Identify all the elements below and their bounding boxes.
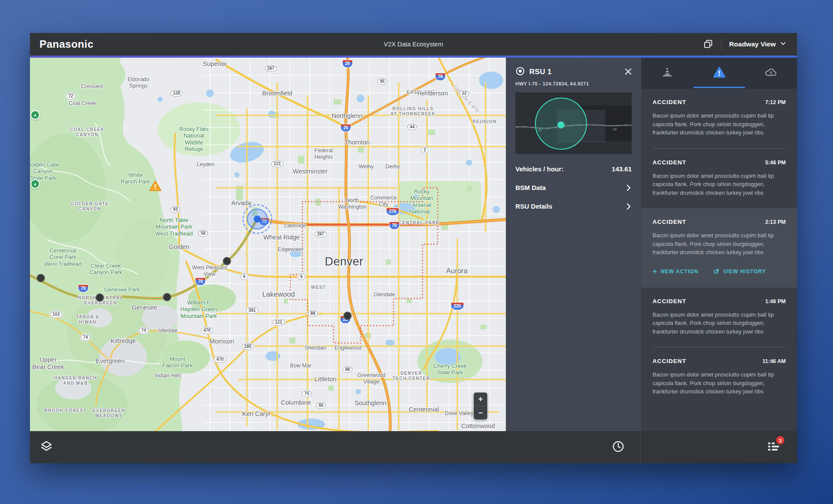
map-label: TANOA & HIWAN (76, 314, 99, 325)
route-shield: 287 (315, 231, 327, 238)
incident-dot[interactable] (96, 294, 104, 302)
interstate-shield: 70 (389, 222, 400, 230)
notifications-button[interactable]: 3 (767, 440, 781, 455)
layers-button[interactable] (39, 440, 53, 455)
accident-list: ACCIDENT7:12 PMBacon ipsum dolor amet pr… (641, 88, 797, 407)
incident-dot[interactable] (223, 257, 231, 265)
close-panel-button[interactable] (625, 68, 632, 76)
rsu-title: RSU 1 (529, 68, 552, 76)
map-label: Bow Mar (290, 363, 311, 369)
tab-alerts[interactable] (693, 58, 745, 88)
app-title: V2X Data Ecosystem (30, 41, 797, 48)
map-label: Clear Creek Canyon Park (89, 262, 122, 276)
route-shield: 88 (308, 310, 318, 317)
map-label: EVERGREEN MEADOWS (92, 408, 125, 419)
map-label: Mount Falcon Park (162, 356, 192, 369)
map-label-layer: SuperiorEldorado SpringsCrescentCoal Cre… (30, 58, 506, 431)
history-clock-button[interactable] (612, 440, 625, 455)
route-shield: 470 (214, 356, 226, 363)
accident-card[interactable]: ACCIDENT5:46 PMBacon ipsum dolor amet pr… (641, 149, 797, 209)
accident-card[interactable]: ACCIDENT1:46 PMBacon ipsum dolor amet pr… (641, 288, 797, 347)
map-label: North Table Mountain Park West Trailhead (155, 217, 193, 237)
bsm-data-label: BSM Data (515, 184, 546, 191)
accident-card[interactable]: ACCIDENT2:13 PMBacon ipsum dolor amet pr… (641, 208, 797, 288)
route-shield: 95 (377, 78, 387, 85)
map-label: Centennial Cone Park West Trailhead (44, 247, 82, 267)
accident-body: Bacon ipsum dolor amet prosciutto cupim … (653, 231, 786, 257)
new-action-button[interactable]: +NEW ACTION (653, 267, 699, 276)
incident-dot[interactable] (344, 312, 352, 320)
map-label: HANGEN RANCH AND M&B (54, 376, 97, 386)
map-label: Colorado E-470 (452, 84, 480, 114)
map-zoom-control: + − (474, 393, 487, 419)
vehicles-per-hour-row: Vehicles / hour: 143.61 (515, 165, 632, 173)
map-label: Coal Creek (69, 100, 96, 107)
map-label: BROOK FOREST (44, 408, 86, 413)
map-label: Indian Hills (154, 373, 181, 379)
metric-label: Vehicles / hour: (515, 165, 564, 173)
route-shield: 6 (240, 273, 248, 280)
history-icon: ↺ (713, 267, 720, 276)
plus-icon: + (653, 267, 657, 276)
bsm-data-link[interactable]: BSM Data (515, 184, 632, 191)
zoom-in-button[interactable]: + (474, 393, 487, 406)
map-label: Eldorado Springs (128, 76, 149, 89)
new-action-label: NEW ACTION (661, 268, 699, 275)
map-label: Dove Valley (445, 410, 473, 417)
accident-type: ACCIDENT (653, 219, 686, 225)
event-list-icon: 3 (767, 440, 781, 455)
rsu-details-label: RSU Details (515, 203, 552, 210)
accident-card[interactable]: ACCIDENT11:46 AMBacon ipsum dolor amet p… (641, 347, 797, 407)
park-poi-pin[interactable]: ▲ (30, 179, 40, 189)
map-label: Sheridan (305, 345, 326, 351)
accident-type: ACCIDENT (653, 99, 686, 105)
park-poi-pin[interactable]: ▲ (30, 110, 40, 120)
tab-roadwork[interactable] (641, 58, 693, 88)
app-window: Panasonic V2X Data Ecosystem Roadway Vie… (30, 33, 797, 463)
map-label: Arvada (231, 200, 251, 207)
map-label: Commerce City (370, 195, 397, 208)
route-shield: 121 (271, 160, 284, 167)
accident-card[interactable]: ACCIDENT7:12 PMBacon ipsum dolor amet pr… (641, 88, 797, 148)
incident-dot[interactable] (163, 293, 171, 301)
map-label: Wheat Ridge (263, 234, 300, 241)
rsu-details-link[interactable]: RSU Details (515, 203, 632, 210)
route-shield: 285 (242, 343, 254, 350)
route-shield: 22 (459, 90, 469, 97)
interstate-shield: 270 (386, 208, 400, 216)
zoom-out-button[interactable]: − (474, 406, 487, 420)
accident-body: Bacon ipsum dolor amet prosciutto cupim … (653, 370, 786, 396)
map-label: Morrison (210, 338, 234, 345)
tab-weather[interactable] (745, 58, 797, 88)
map-label: Evergreen (96, 357, 125, 365)
map-label: Henderson (417, 90, 448, 97)
interstate-shield: 76 (435, 73, 446, 81)
map-label: Southglenn (354, 399, 386, 407)
warning-marker[interactable] (149, 180, 162, 194)
accident-body: Bacon ipsum dolor amet prosciutto cupim … (653, 111, 786, 137)
map-label: Greenwood Village (357, 372, 386, 385)
interstate-shield: 25 (340, 124, 351, 132)
map-label: Welby (359, 164, 374, 170)
accident-time: 2:13 PM (765, 219, 786, 225)
map-label: Genesee (132, 304, 157, 311)
map-view[interactable]: SuperiorEldorado SpringsCrescentCoal Cre… (30, 58, 506, 431)
cloud-lightning-icon (764, 66, 777, 79)
map-label: Columbine (281, 399, 311, 406)
accident-time: 11:46 AM (762, 358, 786, 364)
accident-time: 5:46 PM (765, 160, 786, 166)
map-label: Lakeside (284, 223, 306, 229)
route-shield: 103 (50, 311, 62, 318)
map-label: Upper Bear Creek (32, 356, 64, 371)
map-label: Aurora (446, 267, 468, 275)
incident-dot[interactable] (37, 274, 45, 282)
target-icon (515, 66, 525, 78)
map-label: Kittredge (111, 337, 136, 345)
map-label: REUNION (472, 119, 497, 124)
bottom-toolbar: 3 (30, 431, 797, 463)
accident-body: Bacon ipsum dolor amet prosciutto cupim … (653, 311, 786, 336)
chevron-right-icon (626, 203, 632, 210)
map-label: Lakewood (262, 290, 295, 298)
view-history-button[interactable]: ↺VIEW HISTORY (713, 267, 766, 276)
map-label: Centennial (409, 406, 439, 413)
